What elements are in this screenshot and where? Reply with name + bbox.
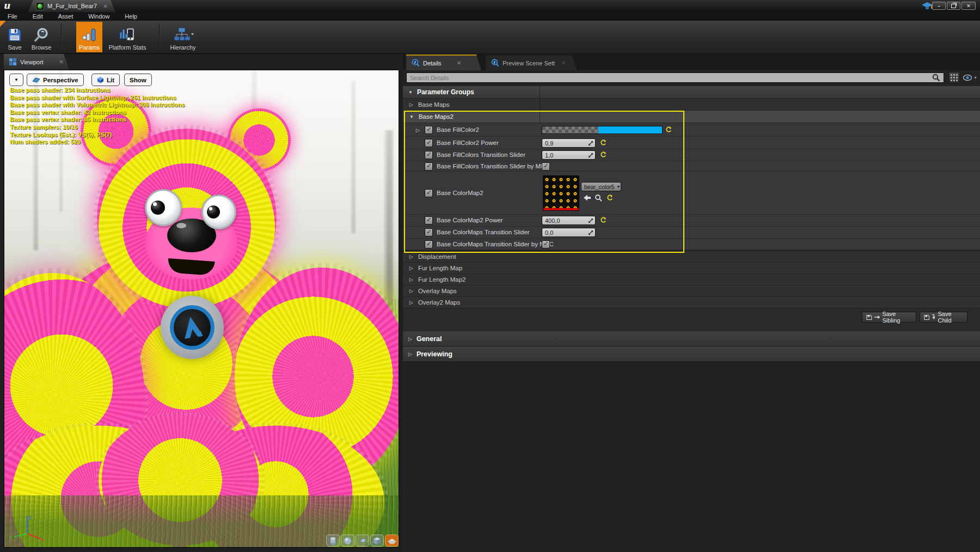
group-fur-length-map[interactable]: ▷ Fur Length Map [403,263,980,274]
stat-line: Texture samplers: 10/16 [10,124,185,131]
browse-button[interactable]: Browse [27,22,56,52]
group-base-maps2[interactable]: ▼ Base Maps2 [403,111,980,123]
numeric-input[interactable]: 0,9 [542,138,596,148]
asset-tab-close-icon[interactable]: ✕ [103,3,108,9]
value-checkbox[interactable] [542,162,550,171]
color-swatch-alpha[interactable] [542,126,663,134]
param-enabled-checkbox[interactable] [425,162,433,171]
hierarchy-button[interactable]: Hierarchy [163,22,203,52]
category-parameter-groups[interactable]: ▼ Parameter Groups [403,86,980,99]
preview-mesh-plane-button[interactable] [356,535,369,547]
save-child-button[interactable]: Save Child [920,312,967,323]
group-overlay-maps[interactable]: ▷ Overlay Maps [403,286,980,297]
param-enabled-checkbox[interactable] [425,240,433,248]
tab-preview-scene-settings[interactable]: i Preview Scene Sett ✕ [486,56,577,70]
group-overlay2-maps[interactable]: ▷ Overlay2 Maps [403,297,980,308]
drag-adjust-icon[interactable] [588,230,593,235]
menu-edit[interactable]: Edit [25,13,51,20]
tutorial-icon[interactable] [921,2,933,10]
viewport-tab-close-icon[interactable]: ✕ [59,59,64,65]
details-tab-close-icon[interactable]: ✕ [457,60,461,66]
group-displacement[interactable]: ▷ Displacement [403,251,980,263]
param-enabled-checkbox[interactable] [425,139,433,147]
param-row-base-fillcolors-transition-slider[interactable]: Base FillColors Transition Slider 1,0 [403,149,980,161]
eye-icon [963,75,972,81]
menu-file[interactable]: File [0,13,25,20]
stat-line: Texture Lookups (Est.): VS(5), PS(7) [10,131,185,139]
reset-to-default-icon[interactable] [600,217,607,223]
bear-left-eye [145,189,182,226]
property-matrix-button[interactable] [948,72,960,83]
reset-to-default-icon[interactable] [607,195,613,201]
collapsed-arrow-icon: ▷ [409,265,413,271]
minimize-button[interactable]: – [932,2,946,10]
restore-button[interactable] [947,2,960,10]
collapsed-arrow-icon[interactable]: ▷ [416,128,420,133]
numeric-input[interactable]: 0,0 [542,228,596,237]
close-button[interactable]: ✕ [961,2,976,10]
viewport-tab[interactable]: Viewport ✕ [4,54,69,70]
param-enabled-checkbox[interactable] [425,189,433,197]
param-enabled-checkbox[interactable] [425,228,433,236]
params-button[interactable]: Params [76,22,102,52]
preview-scene-tab-icon: i [491,59,499,67]
browse-to-asset-icon[interactable] [595,194,602,202]
use-selected-arrow-icon[interactable] [584,195,591,201]
group-fur-length-map2[interactable]: ▷ Fur Length Map2 [403,274,980,286]
param-row-base-fillcolors-mpc[interactable]: Base FillColors Transition Slider by MPC [403,161,980,172]
param-row-base-colormap2-power[interactable]: Base ColorMap2 Power 400,0 [403,215,980,227]
preview-mesh-sphere-button[interactable] [341,535,354,547]
lit-mode-button[interactable]: Lit [91,74,120,86]
numeric-input[interactable]: 1,0 [542,150,596,160]
param-row-base-colormaps-mpc[interactable]: Base ColorMaps Transition Slider by MPC [403,239,980,250]
texture-thumbnail[interactable] [543,175,579,211]
preview-mesh-cylinder-button[interactable] [326,535,340,547]
details-tab-icon: i [412,59,420,67]
texture-asset-combo[interactable]: bear_color5 ▼ [581,182,621,191]
reset-to-default-icon[interactable] [600,139,607,146]
menu-asset[interactable]: Asset [51,13,81,20]
viewport-icon [9,58,16,65]
menu-help[interactable]: Help [117,13,145,20]
param-enabled-checkbox[interactable] [425,151,433,159]
magnifier-icon [33,27,50,43]
display-filter-button[interactable]: ▼ [962,72,978,83]
group-base-maps[interactable]: ▷ Base Maps [403,99,980,111]
tab-details[interactable]: i Details ✕ [406,54,481,70]
drag-adjust-icon[interactable] [588,218,593,223]
collapsed-arrow-icon: ▷ [409,102,413,107]
category-general[interactable]: ▷ General [403,331,980,347]
arrow-down-icon [932,314,935,320]
material-instance-icon [36,2,44,10]
drag-adjust-icon[interactable] [588,153,593,158]
menu-window[interactable]: Window [81,13,117,20]
reset-to-default-icon[interactable] [665,126,672,133]
param-row-base-fillcolor2[interactable]: ▷ Base FillColor2 [403,123,980,137]
reset-to-default-icon[interactable] [600,151,607,158]
asset-tab[interactable]: M_Fur_Inst_Bear7 ✕ [28,0,115,12]
drag-adjust-icon[interactable] [588,141,593,146]
search-input[interactable] [406,72,944,83]
axis-gizmo: z x y [9,511,49,544]
category-previewing[interactable]: ▷ Previewing [403,347,980,362]
show-menu-button[interactable]: Show [124,74,152,86]
platform-stats-button[interactable]: Platform Stats [105,22,150,52]
param-row-base-colormap2[interactable]: Base ColorMap2 bear_color5 ▼ [403,172,980,215]
param-row-base-colormaps-transition-slider[interactable]: Base ColorMaps Transition Slider 0,0 [403,227,980,239]
preview-mesh-cube-button[interactable] [370,535,384,547]
param-enabled-checkbox[interactable] [425,126,433,134]
floppy-icon [7,27,23,43]
perspective-button[interactable]: Perspective [27,74,84,86]
save-button[interactable]: Save [3,22,26,52]
save-sibling-button[interactable]: Save Sibling [862,312,916,323]
viewport-canvas[interactable]: ▼ Perspective Lit Show Base pass shader:… [4,70,399,548]
param-enabled-checkbox[interactable] [425,216,433,225]
viewport-options-button[interactable]: ▼ [9,74,23,86]
param-row-base-fillcolor2-power[interactable]: Base FillColor2 Power 0,9 [403,137,980,149]
svg-text:x: x [41,537,44,543]
preview-mesh-custom-button[interactable] [385,535,399,547]
numeric-input[interactable]: 400,0 [542,216,596,225]
value-checkbox[interactable] [542,240,550,248]
expanded-arrow-icon: ▼ [408,90,413,95]
preview-tab-close-icon[interactable]: ✕ [561,60,566,66]
